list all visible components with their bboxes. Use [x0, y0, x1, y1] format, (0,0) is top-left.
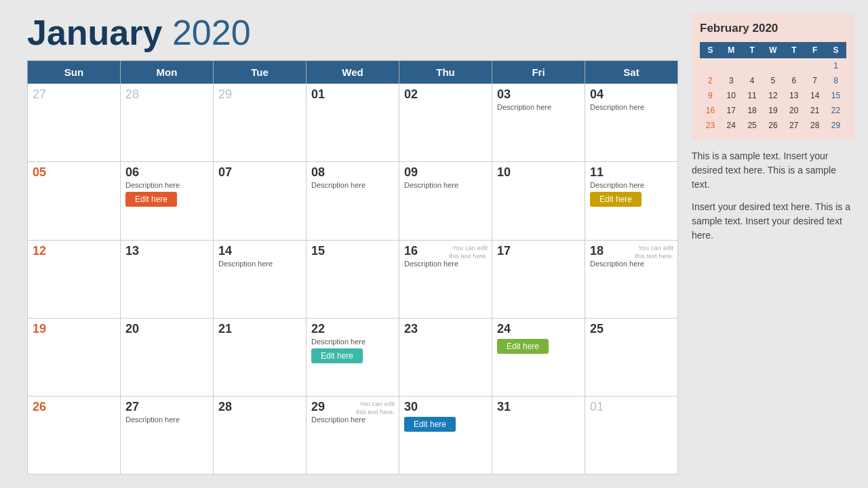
day-number: 17 — [497, 244, 580, 258]
mini-calendar-cell: 20 — [783, 103, 804, 118]
mini-calendar-cell: 17 — [721, 103, 742, 118]
calendar-cell: 12 — [28, 240, 121, 318]
edit-hint: You can edit this text here. — [356, 400, 395, 417]
edit-button[interactable]: Edit here — [590, 192, 642, 207]
calendar-cell: 03Description here — [492, 84, 585, 162]
day-number: 21 — [218, 322, 301, 336]
calendar-row: 2627Description here28You can edit this … — [28, 396, 678, 474]
calendar-cell: 17 — [492, 240, 585, 318]
edit-button[interactable]: Edit here — [125, 192, 177, 207]
calendar-cell: 22Description hereEdit here — [307, 318, 399, 396]
edit-button[interactable]: Edit here — [497, 339, 549, 354]
edit-hint: You can edit this text here. — [635, 244, 673, 261]
calendar-cell: 26 — [28, 396, 121, 474]
calendar-cell: 24Edit here — [492, 318, 585, 396]
day-number: 25 — [590, 322, 673, 336]
text-block-2: Insert your desired text here. This is a… — [692, 200, 854, 243]
calendar-cell: 10 — [492, 162, 585, 240]
day-number: 02 — [404, 87, 487, 102]
edit-button[interactable]: Edit here — [311, 348, 363, 363]
day-number: 12 — [33, 244, 115, 258]
day-number: 01 — [311, 87, 394, 102]
mini-calendar-header: SMTWTFS — [700, 42, 846, 58]
day-number: 22 — [311, 322, 394, 336]
calendar-cell: 21 — [214, 318, 307, 396]
calendar-cell: 13 — [121, 240, 214, 318]
day-number: 13 — [125, 244, 208, 258]
mini-weekday-cell: T — [742, 42, 763, 58]
day-number: 31 — [497, 400, 580, 414]
day-number: 28 — [125, 87, 208, 102]
edit-button[interactable]: Edit here — [404, 417, 456, 432]
mini-calendar-cell: 1 — [825, 58, 846, 73]
day-number: 28 — [218, 400, 301, 414]
mini-calendar-cell: 15 — [825, 88, 846, 103]
day-description: Description here — [125, 181, 208, 189]
calendar-cell: 06Description hereEdit here — [121, 162, 214, 240]
calendar-cell: 29 — [214, 84, 307, 162]
mini-calendar-row: 16171819202122 — [700, 103, 846, 118]
day-description: Description here — [311, 338, 394, 346]
calendar-cell: 01 — [307, 84, 399, 162]
mini-calendar-cell: 23 — [700, 118, 721, 133]
day-number: 30 — [404, 400, 487, 414]
mini-calendar-cell: 21 — [804, 103, 825, 118]
mini-weekday-cell: W — [763, 42, 784, 58]
calendar-cell: You can edit this text here.16Descriptio… — [399, 240, 492, 318]
mini-calendar-cell: 27 — [783, 118, 804, 133]
day-description: Description here — [404, 181, 487, 189]
mini-calendar-cell: 16 — [700, 103, 721, 118]
day-number: 03 — [497, 87, 580, 102]
mini-calendar-cell — [721, 58, 742, 73]
calendar-cell: 27 — [28, 84, 121, 162]
calendar-cell: 07 — [214, 162, 307, 240]
calendar-table: SunMonTueWedThuFriSat 272829010203Descri… — [27, 60, 678, 474]
mini-calendar-container: February 2020 SMTWTFS 123456789101112131… — [692, 14, 854, 140]
calendar-row: 0506Description hereEdit here0708Descrip… — [28, 162, 678, 240]
day-description: Description here — [311, 181, 394, 189]
mini-calendar-cell — [783, 58, 804, 73]
day-number: 01 — [590, 400, 673, 414]
calendar-cell: 11Description hereEdit here — [585, 162, 678, 240]
mini-calendar-cell: 26 — [763, 118, 784, 133]
day-number: 26 — [33, 400, 115, 414]
weekday-cell: Wed — [307, 61, 399, 84]
day-number: 23 — [404, 322, 487, 336]
calendar-cell: 25 — [585, 318, 678, 396]
main-calendar: January 2020 SunMonTueWedThuFriSat 27282… — [27, 14, 678, 474]
mini-header-row: SMTWTFS — [700, 42, 846, 58]
calendar-cell: 19 — [28, 318, 121, 396]
day-description: Description here — [404, 260, 487, 268]
edit-hint: You can edit this text here. — [449, 244, 488, 261]
calendar-row: 121314Description here15You can edit thi… — [28, 240, 678, 318]
day-number: 20 — [125, 322, 208, 336]
mini-calendar-cell: 19 — [763, 103, 784, 118]
mini-calendar-cell: 22 — [825, 103, 846, 118]
mini-calendar-cell: 10 — [721, 88, 742, 103]
mini-calendar-cell: 29 — [825, 118, 846, 133]
mini-calendar-body: 1234567891011121314151617181920212223242… — [700, 58, 846, 133]
mini-calendar-table: SMTWTFS 12345678910111213141516171819202… — [700, 42, 846, 133]
calendar-cell: 28 — [214, 396, 307, 474]
main-title: January 2020 — [27, 14, 678, 52]
mini-calendar-cell: 9 — [700, 88, 721, 103]
mini-calendar-cell: 24 — [721, 118, 742, 133]
calendar-cell: 23 — [399, 318, 492, 396]
day-number: 06 — [125, 165, 208, 180]
mini-weekday-cell: T — [783, 42, 804, 58]
mini-weekday-cell: F — [804, 42, 825, 58]
mini-calendar-cell: 4 — [742, 73, 763, 88]
mini-calendar-cell: 11 — [742, 88, 763, 103]
day-number: 04 — [590, 87, 673, 102]
text-block-area: This is a sample text. Insert your desir… — [692, 149, 854, 243]
calendar-body: 272829010203Description here04Descriptio… — [28, 84, 678, 474]
weekday-cell: Mon — [121, 61, 214, 84]
weekday-cell: Sun — [28, 61, 121, 84]
day-number: 24 — [497, 322, 580, 336]
mini-calendar-cell: 13 — [783, 88, 804, 103]
mini-calendar-row: 23242526272829 — [700, 118, 846, 133]
calendar-cell: 14Description here — [214, 240, 307, 318]
weekday-header-row: SunMonTueWedThuFriSat — [28, 61, 678, 84]
day-number: 19 — [33, 322, 115, 336]
weekday-cell: Tue — [214, 61, 307, 84]
